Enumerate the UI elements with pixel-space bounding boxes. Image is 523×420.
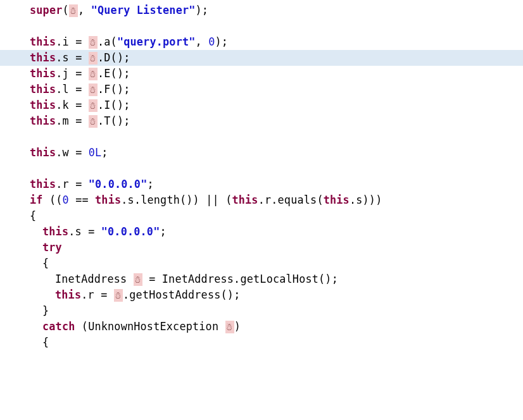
code-line[interactable]: if ((0 == this.s.length()) || (this.r.eq… (0, 192, 523, 208)
keyword: this (324, 194, 350, 206)
obfuscated-identifier: ☃ (69, 4, 78, 17)
code-text: { (30, 209, 36, 222)
number-literal: 0 (63, 194, 69, 206)
keyword: if (30, 194, 43, 206)
code-editor[interactable]: super(☃, "Query Listener"); this.i = ☃.a… (0, 0, 523, 353)
obfuscated-identifier: ☃ (114, 289, 123, 302)
code-line[interactable]: this.s = "0.0.0.0"; (0, 224, 523, 240)
keyword: this (30, 35, 56, 48)
code-text (30, 130, 36, 143)
code-text: .l = (56, 83, 89, 96)
code-text: .s = (56, 51, 89, 64)
keyword: this (30, 178, 56, 190)
code-line[interactable]: { (0, 335, 523, 350)
code-text: { (42, 336, 49, 349)
keyword: this (30, 114, 56, 127)
keyword: this (55, 288, 81, 301)
keyword: this (30, 51, 56, 64)
keyword: try (42, 241, 62, 254)
code-text: .I(); (98, 99, 130, 111)
code-text: InetAddress (55, 273, 134, 285)
code-line[interactable]: this.r = ☃.getHostAddress(); (0, 287, 523, 303)
code-line[interactable]: try (0, 240, 523, 256)
code-text: .m = (56, 114, 89, 127)
code-text: ); (215, 35, 228, 48)
code-text: ; (147, 178, 153, 190)
code-text: , (78, 4, 91, 16)
code-text: .r.equals( (258, 194, 324, 206)
code-line[interactable]: this.w = 0L; (0, 145, 523, 161)
code-line[interactable]: this.l = ☃.F(); (0, 82, 523, 97)
code-text: (( (43, 194, 63, 206)
keyword: this (30, 146, 56, 159)
obfuscated-identifier: ☃ (89, 115, 98, 128)
code-line[interactable] (0, 161, 523, 176)
code-text: ); (196, 4, 209, 16)
keyword: this (30, 67, 56, 80)
code-text: ) (234, 320, 241, 333)
code-text: .w = (56, 146, 89, 159)
obfuscated-identifier: ☃ (134, 273, 142, 286)
code-text: .r = (56, 178, 89, 190)
code-line[interactable]: this.m = ☃.T(); (0, 113, 523, 129)
code-line[interactable]: this.r = "0.0.0.0"; (0, 176, 523, 192)
code-line[interactable]: InetAddress ☃ = InetAddress.getLocalHost… (0, 271, 523, 287)
keyword: this (232, 194, 258, 206)
obfuscated-identifier: ☃ (89, 99, 98, 112)
number-literal: 0 (208, 35, 215, 48)
code-line[interactable]: } (0, 303, 523, 319)
string-literal: "Query Listener" (91, 4, 196, 16)
code-line[interactable]: catch (UnknownHostException ☃) (0, 319, 523, 335)
code-text: .k = (56, 99, 89, 111)
code-text: ( (63, 4, 69, 16)
code-line[interactable]: this.s = ☃.D(); (0, 50, 523, 66)
code-text: .a( (98, 35, 117, 48)
code-line[interactable]: { (0, 208, 523, 224)
keyword: this (95, 194, 121, 206)
code-text: .D(); (98, 51, 130, 64)
code-text: = InetAddress.getLocalHost(); (142, 273, 338, 285)
code-text: ; (160, 225, 166, 238)
string-literal: "0.0.0.0" (101, 225, 160, 238)
code-text: .E(); (98, 67, 130, 80)
code-text: .s))) (350, 194, 382, 206)
keyword: catch (42, 320, 75, 333)
keyword: this (30, 99, 56, 111)
obfuscated-identifier: ☃ (89, 83, 98, 96)
code-line[interactable]: this.i = ☃.a("query.port", 0); (0, 34, 523, 50)
code-line[interactable] (0, 129, 523, 145)
code-line[interactable] (0, 18, 523, 34)
code-text: .j = (56, 67, 89, 80)
code-line[interactable]: { (0, 256, 523, 271)
code-text: == (69, 194, 95, 206)
code-text (30, 162, 36, 175)
obfuscated-identifier: ☃ (225, 321, 234, 333)
code-text: .getHostAddress(); (123, 288, 240, 301)
code-line[interactable]: super(☃, "Query Listener"); (0, 3, 523, 18)
code-line[interactable]: this.k = ☃.I(); (0, 97, 523, 113)
code-text: ; (101, 146, 108, 159)
keyword: this (30, 83, 56, 96)
code-text: .i = (56, 35, 89, 48)
code-text: (UnknownHostException (75, 320, 225, 333)
code-text: , (196, 35, 209, 48)
keyword: super (30, 4, 63, 16)
obfuscated-identifier: ☃ (89, 68, 98, 80)
code-text: .s = (68, 225, 101, 238)
string-literal: "query.port" (117, 35, 196, 48)
code-text (30, 20, 36, 32)
code-text: .s.length()) || ( (121, 194, 232, 206)
code-text: .F(); (98, 83, 130, 96)
obfuscated-identifier: ☃ (89, 36, 98, 49)
code-line[interactable]: this.j = ☃.E(); (0, 66, 523, 82)
obfuscated-identifier: ☃ (89, 52, 98, 65)
code-text: { (42, 257, 49, 269)
code-text: } (42, 304, 49, 317)
string-literal: "0.0.0.0" (89, 178, 148, 190)
keyword: this (42, 225, 68, 238)
code-text: .r = (81, 288, 114, 301)
number-literal: 0L (89, 146, 102, 159)
code-text: .T(); (98, 114, 130, 127)
